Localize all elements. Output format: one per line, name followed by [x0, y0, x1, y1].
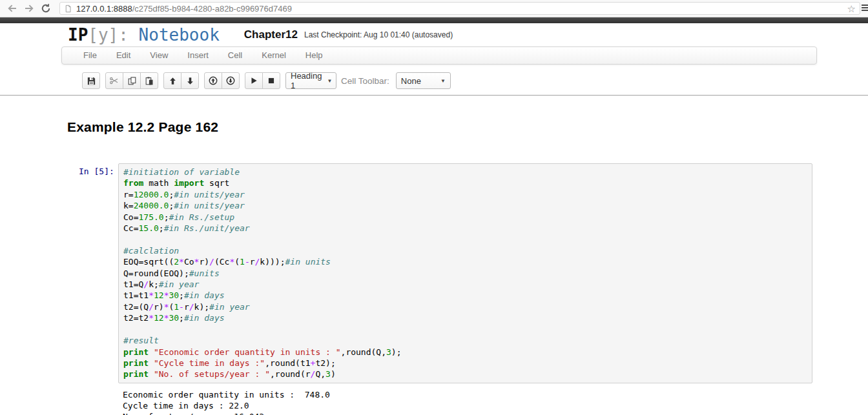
save-button[interactable]	[82, 72, 100, 89]
menubar: FileEditViewInsertCellKernelHelp	[61, 46, 817, 65]
cut-cell-button[interactable]	[105, 72, 123, 89]
notebook-header: IP[y]: Notebook Chapter12 Last Checkpoin…	[0, 23, 868, 46]
paste-cell-button[interactable]	[140, 72, 158, 89]
input-prompt: In [5]:	[79, 163, 118, 383]
code-line: print "Cycle time in days :",round(t1+t2…	[123, 358, 807, 369]
header-divider	[0, 95, 868, 96]
output-line: No. of setups/year : 16.043	[123, 411, 868, 415]
menu-item-kernel[interactable]: Kernel	[252, 47, 296, 64]
menu-item-edit[interactable]: Edit	[107, 47, 140, 64]
url-host: 127.0.0.1:8888	[76, 4, 132, 14]
logo-notebook: Notebook	[129, 25, 220, 45]
cell-toolbar-value: None	[401, 76, 421, 86]
menu-item-help[interactable]: Help	[296, 47, 333, 64]
paste-icon	[145, 76, 154, 86]
save-icon	[87, 76, 96, 86]
run-prev-icon	[208, 76, 218, 86]
heading-cell[interactable]: Example 12.2 Page 162	[67, 119, 868, 135]
menu-item-view[interactable]: View	[140, 47, 178, 64]
code-line: Co=175.0;#in Rs./setup	[123, 212, 807, 223]
output-area: Economic order quantity in units : 748.0…	[123, 389, 868, 415]
code-line: t1=Q/k;#in year	[123, 279, 807, 290]
cell-type-select[interactable]: Heading 1 ▼	[285, 72, 336, 89]
move-down-icon	[185, 76, 195, 86]
address-bar[interactable]: 127.0.0.1:8888/c275df85-b984-4280-a82b-c…	[59, 2, 860, 15]
code-cell[interactable]: In [5]: #initiation of variablefrom math…	[79, 163, 868, 383]
logo-y: [y]:	[88, 25, 129, 45]
output-line: Economic order quantity in units : 748.0	[123, 389, 868, 400]
code-line: t2=t2*12*30;#in days	[123, 312, 807, 323]
cell-toolbar-label: Cell Toolbar:	[341, 76, 389, 86]
code-line: r=12000.0;#in units/year	[123, 189, 807, 200]
insert-cell-below-button[interactable]	[222, 72, 240, 89]
reload-icon[interactable]	[37, 1, 54, 15]
copy-cell-button[interactable]	[123, 72, 141, 89]
browser-toolbar: 127.0.0.1:8888/c275df85-b984-4280-a82b-c…	[0, 0, 868, 17]
chevron-down-icon: ▼	[440, 78, 446, 84]
move-up-icon	[168, 76, 178, 86]
code-line: k=24000.0;#in units/year	[123, 200, 807, 211]
cell-toolbar-select[interactable]: None ▼	[396, 72, 451, 89]
menu-icon[interactable]	[862, 5, 868, 12]
cell-type-value: Heading 1	[291, 71, 322, 90]
checkpoint-status: Last Checkpoint: Aug 10 01:40 (autosaved…	[304, 30, 453, 39]
move-cell-down-button[interactable]	[181, 72, 199, 89]
back-icon[interactable]	[4, 1, 21, 15]
menu-item-file[interactable]: File	[74, 47, 107, 64]
code-line: print "No. of setups/year : ",round(r/Q,…	[123, 369, 807, 380]
code-line: EOQ=sqrt((2*Co*r)/(Cc*(1-r/k)));#in unit…	[123, 256, 807, 267]
menu-item-cell[interactable]: Cell	[218, 47, 252, 64]
forward-icon[interactable]	[21, 1, 37, 15]
code-line: #calclation	[123, 245, 807, 256]
run-icon	[249, 76, 258, 85]
cut-icon	[109, 76, 119, 86]
code-line	[123, 324, 807, 335]
code-line: Q=round(EOQ);#units	[123, 268, 807, 279]
code-line: t1=t1*12*30;#in days	[123, 290, 807, 301]
cell-toolbar-row: Heading 1 ▼ Cell Toolbar: None ▼	[0, 68, 868, 95]
code-line: from math import sqrt	[123, 177, 807, 188]
chevron-down-icon: ▼	[327, 78, 332, 84]
notebook-title[interactable]: Chapter12	[244, 28, 298, 41]
stop-icon	[267, 76, 276, 85]
code-line: #result	[123, 335, 807, 346]
code-line: Cc=15.0;#in Rs./unit/year	[123, 223, 807, 234]
menubar-wrap: FileEditViewInsertCellKernelHelp	[0, 46, 868, 68]
code-line	[123, 234, 807, 245]
bookmark-star-icon[interactable]: ☆	[847, 4, 856, 14]
run-cell-button[interactable]	[245, 72, 263, 89]
copy-icon	[127, 76, 137, 86]
interrupt-kernel-button[interactable]	[262, 72, 280, 89]
code-input-area[interactable]: #initiation of variablefrom math import …	[118, 163, 812, 383]
url-text: 127.0.0.1:8888/c275df85-b984-4280-a82b-c…	[76, 4, 292, 14]
page-icon	[64, 4, 72, 14]
ipython-logo[interactable]: IP[y]: Notebook	[68, 26, 220, 43]
code-line: t2=(Q/r)*(1-r/k);#in year	[123, 301, 807, 312]
logo-ip: IP	[68, 25, 88, 45]
notebook-container: Example 12.2 Page 162 In [5]: #initiatio…	[0, 119, 868, 415]
url-path: /c275df85-b984-4280-a82b-c996976d7469	[132, 4, 292, 14]
code-area: #initiation of variablefrom math import …	[123, 167, 807, 380]
run-next-icon	[225, 76, 236, 86]
menu-item-insert[interactable]: Insert	[178, 47, 218, 64]
window-divider-strip	[0, 17, 868, 23]
output-line: Cycle time in days : 22.0	[123, 400, 868, 411]
move-cell-up-button[interactable]	[163, 72, 181, 89]
code-line: #initiation of variable	[123, 167, 807, 177]
insert-cell-above-button[interactable]	[204, 72, 222, 89]
code-line: print "Economic order quantity in units …	[123, 347, 807, 358]
